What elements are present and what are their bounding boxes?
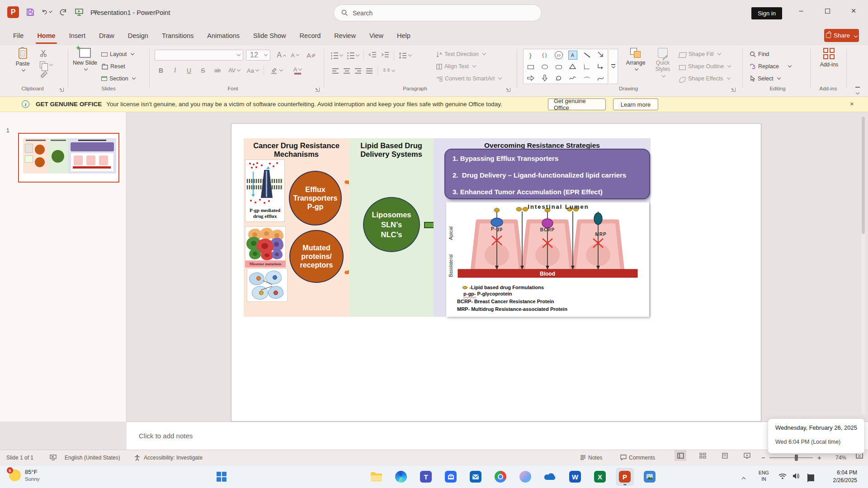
language-switcher[interactable]: ENGIN xyxy=(759,470,769,482)
shape-scribble[interactable] xyxy=(569,75,576,82)
strikethrough-button[interactable]: ab xyxy=(212,65,223,76)
quick-styles-button[interactable]: Quick Styles xyxy=(650,48,675,84)
minimize-button[interactable]: – xyxy=(788,0,814,22)
taskbar-file-explorer-icon[interactable] xyxy=(367,468,385,486)
transporter-diagram-panel[interactable]: P-gp BCRP MRP Blood Intestinal Lumen Api… xyxy=(446,202,649,317)
weather-widget[interactable]: 5 85°F Sunny xyxy=(9,469,40,483)
highlight-color-button[interactable] xyxy=(267,65,285,76)
display-settings-icon[interactable] xyxy=(50,450,57,465)
get-genuine-office-button[interactable]: Get genuine Office xyxy=(548,99,606,110)
shape-rectangle[interactable] xyxy=(528,65,534,69)
align-text-button[interactable]: Align Text xyxy=(436,61,501,72)
powerpoint-logo-icon[interactable]: P xyxy=(7,6,19,18)
language-status[interactable]: English (United States) xyxy=(65,450,120,465)
align-left-button[interactable] xyxy=(332,68,339,74)
taskbar-powerpoint-icon[interactable]: P xyxy=(616,468,634,486)
slide-canvas[interactable]: Cancer Drug Resistance Mechanisms P-gp m… xyxy=(231,123,761,422)
vertical-scrollbar[interactable] xyxy=(861,116,865,414)
taskbar-photos-icon[interactable] xyxy=(641,468,659,486)
notes-placeholder[interactable]: Click to add notes xyxy=(139,432,193,440)
tab-insert[interactable]: Insert xyxy=(62,26,92,45)
shape-curve[interactable] xyxy=(597,75,604,82)
receptor-cells-image[interactable] xyxy=(247,268,288,302)
addins-button[interactable]: Add-ins xyxy=(816,48,842,84)
notes-toggle[interactable]: Notes xyxy=(580,450,602,465)
justify-button[interactable] xyxy=(366,68,373,74)
decrease-indent-button[interactable] xyxy=(368,52,377,60)
taskbar-store-icon[interactable] xyxy=(442,468,460,486)
mutated-cells-image[interactable] xyxy=(245,226,286,261)
bold-button[interactable]: B xyxy=(156,65,166,76)
shapes-more-button[interactable] xyxy=(609,49,618,84)
shadow-strike-button[interactable]: S xyxy=(198,65,208,76)
shape-elbow-connector[interactable] xyxy=(584,65,590,69)
taskbar-onedrive-icon[interactable] xyxy=(541,468,559,486)
slide-thumbnail-pane[interactable]: 1 xyxy=(0,112,127,422)
copy-button[interactable] xyxy=(40,61,52,68)
mutated-proteins-circle[interactable]: Mutated proteins/ receptors xyxy=(289,230,344,283)
slide-thumbnail[interactable] xyxy=(18,133,119,183)
shape-freeform[interactable] xyxy=(556,75,562,82)
banner-close-icon[interactable]: × xyxy=(850,100,854,108)
shapes-gallery[interactable]: } { } 10 A xyxy=(523,49,608,84)
notes-pane[interactable]: Click to add notes xyxy=(127,422,868,450)
undo-dropdown-icon[interactable] xyxy=(49,9,52,13)
align-right-button[interactable] xyxy=(355,68,361,74)
line-spacing-button[interactable] xyxy=(399,52,411,59)
taskbar-excel-icon[interactable]: X xyxy=(591,468,609,486)
character-spacing-button[interactable]: AV xyxy=(226,65,242,76)
battery-icon[interactable] xyxy=(807,474,808,482)
reset-button[interactable]: Reset xyxy=(101,61,135,72)
text-direction-button[interactable]: AText Direction xyxy=(436,49,501,60)
accessibility-status[interactable]: Accessibility: Investigate xyxy=(144,450,203,465)
zoom-out-button[interactable]: − xyxy=(761,450,765,465)
start-button[interactable] xyxy=(212,468,231,486)
convert-smartart-button[interactable]: Convert to SmartArt xyxy=(436,73,501,84)
taskbar-chrome-icon[interactable] xyxy=(491,468,509,486)
learn-more-button[interactable]: Learn more xyxy=(613,99,658,110)
tab-slide-show[interactable]: Slide Show xyxy=(246,26,293,45)
format-painter-icon[interactable] xyxy=(40,71,52,80)
drawing-dialog-launcher[interactable] xyxy=(731,88,736,92)
section-button[interactable]: Section xyxy=(101,73,135,84)
taskbar-outlook-icon[interactable] xyxy=(467,468,485,486)
paste-button[interactable]: Paste xyxy=(10,48,35,84)
shape-elbow-arrow[interactable] xyxy=(597,64,604,70)
wifi-icon[interactable] xyxy=(778,473,787,481)
shape-line[interactable] xyxy=(584,52,590,58)
change-case-button[interactable]: Aa xyxy=(245,65,260,76)
arrange-button[interactable]: Arrange xyxy=(623,48,648,84)
columns-button[interactable] xyxy=(383,68,395,74)
liposomes-circle[interactable]: Liposomes SLN’s NLC’s xyxy=(363,197,420,252)
underline-button[interactable]: U xyxy=(184,65,194,76)
redo-icon[interactable] xyxy=(58,7,68,17)
shape-outline-button[interactable]: Shape Outline xyxy=(679,61,731,72)
app-search-input[interactable]: Search xyxy=(334,5,542,21)
layout-button[interactable]: Layout xyxy=(101,49,135,60)
shape-down-arrow[interactable] xyxy=(542,75,547,83)
shape-brace-right[interactable]: } xyxy=(529,52,531,59)
reading-view-button[interactable] xyxy=(719,450,731,461)
font-name-combobox[interactable] xyxy=(155,50,243,61)
slide-sorter-view-button[interactable] xyxy=(697,450,708,461)
shrink-font-button[interactable]: A xyxy=(289,50,300,61)
taskbar-edge-icon[interactable] xyxy=(392,468,410,486)
taskbar-word-icon[interactable]: W xyxy=(566,468,584,486)
comments-toggle[interactable]: Comments xyxy=(620,450,655,465)
bullets-button[interactable] xyxy=(331,52,343,59)
shape-arc[interactable] xyxy=(584,77,590,80)
close-button[interactable]: × xyxy=(841,0,866,22)
shape-effects-button[interactable]: Shape Effects xyxy=(679,73,731,84)
maximize-button[interactable] xyxy=(815,0,840,22)
cut-icon[interactable] xyxy=(40,50,52,59)
shape-oval[interactable] xyxy=(542,65,548,69)
shape-right-arrow[interactable] xyxy=(527,75,534,82)
efflux-transporters-circle[interactable]: Efflux Transporters P-gp xyxy=(289,171,342,225)
tab-record[interactable]: Record xyxy=(293,26,328,45)
tab-design[interactable]: Design xyxy=(121,26,155,45)
italic-button[interactable]: I xyxy=(170,65,180,76)
tab-help[interactable]: Help xyxy=(390,26,417,45)
undo-icon[interactable] xyxy=(42,7,52,17)
paragraph-dialog-launcher[interactable] xyxy=(506,88,510,92)
tab-transitions[interactable]: Transitions xyxy=(155,26,200,45)
